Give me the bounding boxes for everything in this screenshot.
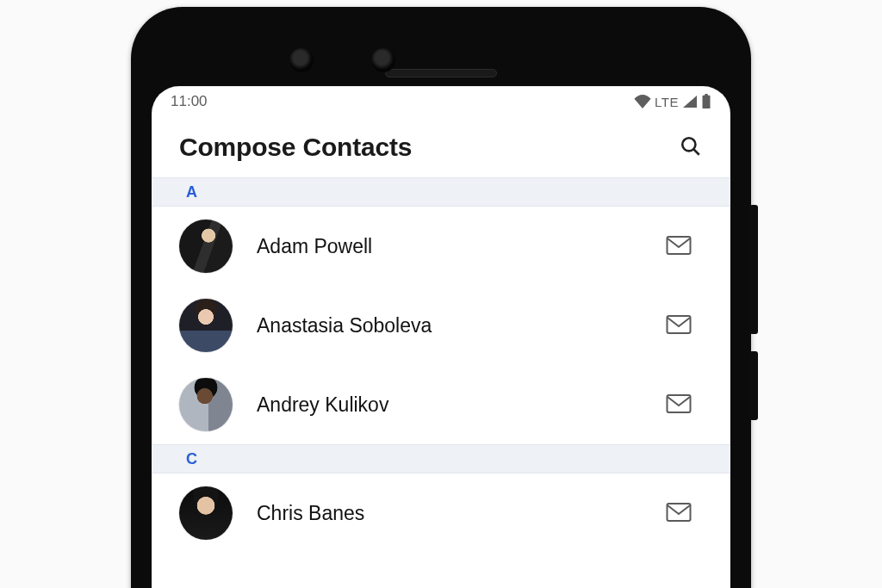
status-right-cluster: LTE [634, 94, 711, 109]
status-time: 11:00 [171, 93, 208, 110]
status-bar: 11:00 LTE [152, 86, 730, 117]
mail-icon [666, 393, 692, 417]
power-button [749, 351, 758, 420]
section-letter: C [186, 450, 197, 468]
phone-bezel [152, 24, 730, 86]
svg-rect-6 [668, 395, 691, 412]
svg-rect-4 [668, 237, 691, 254]
contact-row[interactable]: Adam Powell [152, 207, 730, 286]
mail-icon [666, 235, 692, 258]
contact-row[interactable]: Anastasia Soboleva [152, 286, 730, 365]
contact-row[interactable]: Andrey Kulikov [152, 365, 730, 444]
search-button[interactable] [674, 130, 708, 164]
contact-row[interactable]: Chris Banes [152, 473, 730, 553]
mail-icon [666, 502, 692, 525]
volume-rocker [749, 205, 758, 334]
svg-rect-5 [668, 316, 691, 333]
svg-line-3 [693, 149, 699, 154]
section-header-a: A [152, 177, 730, 207]
mail-button[interactable] [662, 387, 696, 422]
svg-rect-0 [703, 96, 711, 108]
contact-name: Anastasia Soboleva [257, 314, 637, 337]
contact-name: Andrey Kulikov [257, 393, 637, 417]
phone-frame: 11:00 LTE Compose Contacts [131, 7, 751, 588]
svg-rect-1 [705, 94, 708, 96]
earpiece-speaker [385, 69, 497, 77]
contacts-list[interactable]: A Adam Powell Anastasia Soboleva [152, 177, 730, 588]
mail-button[interactable] [662, 308, 696, 343]
avatar [179, 378, 233, 431]
front-camera-icon [289, 48, 314, 72]
section-header-c: C [152, 444, 730, 473]
wifi-icon [634, 95, 651, 108]
cell-signal-icon [682, 95, 698, 108]
svg-point-2 [682, 138, 695, 151]
avatar [179, 299, 233, 352]
mail-icon [666, 314, 692, 337]
avatar [179, 486, 233, 540]
svg-rect-7 [668, 504, 691, 521]
search-icon [680, 135, 702, 160]
phone-screen: 11:00 LTE Compose Contacts [152, 86, 730, 588]
page-title: Compose Contacts [179, 133, 412, 162]
contact-name: Adam Powell [257, 235, 637, 258]
mail-button[interactable] [662, 229, 696, 263]
section-letter: A [186, 183, 197, 201]
app-bar: Compose Contacts [152, 117, 730, 177]
avatar [179, 220, 233, 273]
sensor-icon [371, 48, 395, 72]
battery-icon [701, 94, 711, 109]
network-label: LTE [655, 95, 679, 109]
mail-button[interactable] [662, 496, 696, 530]
contact-name: Chris Banes [257, 502, 637, 525]
